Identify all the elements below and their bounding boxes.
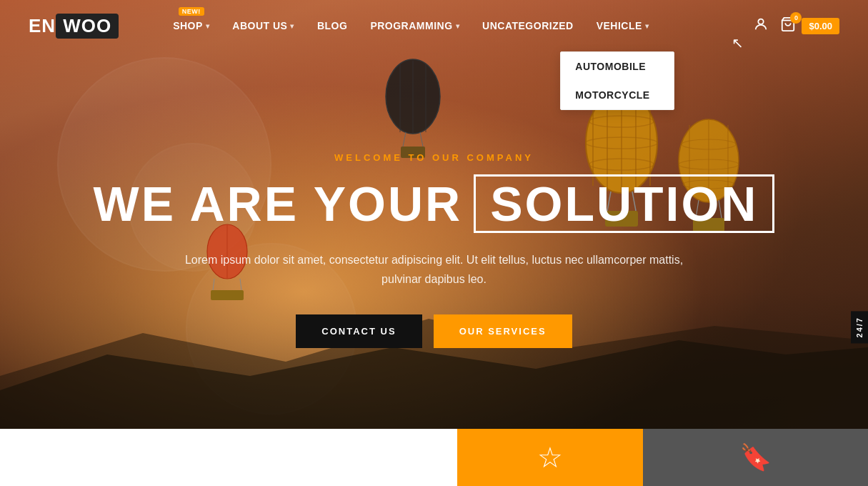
hero-description: Lorem ipsum dolor sit amet, consectetur … — [184, 250, 684, 289]
nav-label-vehicle: Vehicle — [597, 20, 642, 31]
new-badge: NEW! — [179, 7, 204, 16]
cart-icon: 0 — [780, 16, 796, 36]
strip-middle-orange: ☆ — [457, 429, 643, 486]
nav-label-uncategorized: Uncategorized — [482, 20, 574, 31]
star-icon: ☆ — [537, 441, 563, 474]
headline-plain: WE ARE YOUR — [94, 179, 463, 228]
hero-buttons: CONTACT US OUR SERVICES — [296, 314, 572, 348]
dropdown-item-motorcycle[interactable]: Motorcycle — [561, 81, 674, 109]
nav-item-uncategorized[interactable]: Uncategorized — [471, 0, 585, 51]
strip-left — [0, 429, 457, 486]
bookmark-icon: 🔖 — [739, 442, 772, 472]
user-icon-btn[interactable] — [753, 16, 769, 36]
our-services-button[interactable]: OUR SERVICES — [434, 314, 572, 348]
chevron-down-icon-about: ▾ — [290, 22, 294, 30]
nav-label-blog: Blog — [317, 20, 347, 31]
hero-section: EN WOO NEW! Shop ▾ About Us ▾ Blog Progr… — [0, 0, 868, 486]
side-tab: 24/7 — [851, 311, 868, 343]
chevron-down-icon-vehicle: ▾ — [645, 22, 649, 30]
logo-woo: WOO — [56, 14, 119, 39]
logo-en: EN — [29, 15, 56, 37]
nav-label-about: About Us — [232, 20, 287, 31]
nav-item-blog[interactable]: Blog — [306, 0, 359, 51]
svg-point-40 — [759, 19, 764, 24]
welcome-label: WELCOME TO OUR COMPANY — [334, 152, 534, 163]
nav-item-vehicle[interactable]: Vehicle ▾ Automobile Motorcycle — [585, 0, 661, 51]
contact-us-button[interactable]: CONTACT US — [296, 314, 421, 348]
cart-price: $0.00 — [802, 18, 839, 34]
main-nav: NEW! Shop ▾ About Us ▾ Blog Programming … — [161, 0, 753, 51]
dropdown-item-automobile[interactable]: Automobile — [561, 52, 674, 81]
hero-content: WELCOME TO OUR COMPANY WE ARE YOUR SOLUT… — [0, 14, 868, 486]
bottom-strip: ☆ 🔖 — [0, 429, 868, 486]
nav-item-programming[interactable]: Programming ▾ — [359, 0, 471, 51]
header: EN WOO NEW! Shop ▾ About Us ▾ Blog Progr… — [0, 0, 868, 51]
strip-right-gray: 🔖 — [643, 429, 868, 486]
chevron-down-icon: ▾ — [206, 22, 210, 30]
cart-count: 0 — [790, 12, 802, 24]
headline-boxed: SOLUTION — [474, 174, 774, 233]
hero-headline: WE ARE YOUR SOLUTION — [94, 174, 775, 233]
nav-item-shop[interactable]: NEW! Shop ▾ — [161, 0, 221, 51]
logo[interactable]: EN WOO — [29, 14, 119, 39]
header-icons: 0 $0.00 — [753, 16, 839, 36]
nav-item-about[interactable]: About Us ▾ — [221, 0, 306, 51]
cart-btn[interactable]: 0 $0.00 — [780, 16, 839, 36]
chevron-down-icon-programming: ▾ — [456, 22, 460, 30]
vehicle-dropdown: Automobile Motorcycle — [560, 51, 674, 110]
nav-label-shop: Shop — [173, 20, 203, 31]
nav-label-programming: Programming — [370, 20, 452, 31]
